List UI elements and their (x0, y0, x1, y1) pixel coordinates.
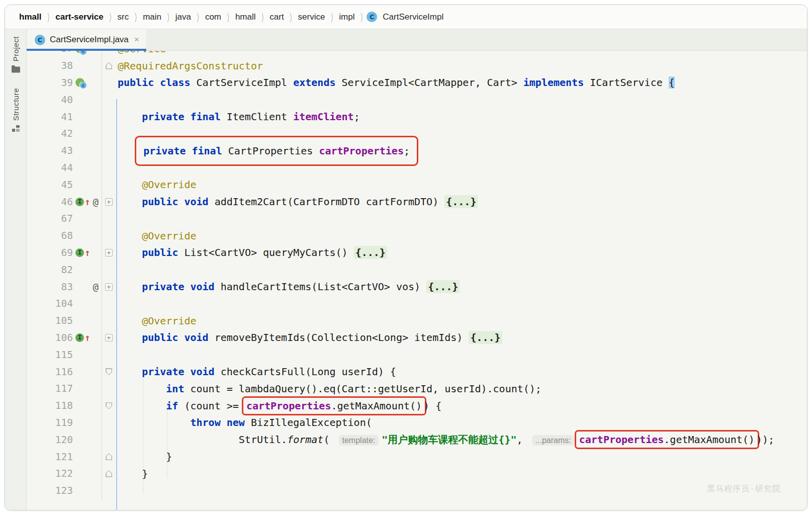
override-up-arrow-icon[interactable]: ↑ (84, 248, 90, 258)
code-text[interactable]: @Override (116, 230, 197, 242)
breadcrumb-item-class[interactable]: CCartServiceImpl (367, 11, 445, 23)
line-number[interactable]: 105 (27, 315, 73, 326)
code-text[interactable]: public List<CartVO> queryMyCarts() {...} (116, 246, 387, 259)
gutter-icon-area (73, 448, 102, 465)
line-number[interactable]: 39 (27, 77, 73, 89)
line-number[interactable]: 106 (27, 332, 73, 344)
line-number[interactable]: 123 (27, 485, 73, 496)
line-number[interactable]: 67 (27, 213, 73, 224)
code-text[interactable]: StrUtil.format( template:"用户购物车课程不能超过{}"… (116, 433, 774, 447)
code-line: 116 private void checkCartsFull(Long use… (27, 363, 807, 380)
breadcrumb-item-com[interactable]: com (203, 11, 223, 23)
fold-gutter: + (102, 329, 116, 347)
line-number[interactable]: 69 (27, 247, 73, 259)
annotation-gutter-icon[interactable]: @ (93, 281, 99, 292)
code-text[interactable]: if (count >= cartProperties.getMaxAmount… (116, 400, 441, 412)
code-line: 82 (27, 261, 807, 278)
code-text[interactable]: private void checkCartsFull(Long userId)… (116, 366, 396, 378)
fold-marker-icon[interactable] (106, 62, 112, 69)
tab-cartserviceimpl[interactable]: C CartServiceImpl.java × (27, 29, 146, 50)
fold-plus-icon[interactable]: + (105, 249, 113, 256)
gutter-icon-area (73, 397, 102, 414)
code-text[interactable]: private final ItemClient itemClient; (116, 111, 360, 123)
implementing-method-icon[interactable]: I (75, 333, 84, 342)
code-text[interactable]: throw new BizIllegalException( (116, 416, 372, 428)
class-badge-icon: c (80, 82, 86, 89)
breadcrumb-item-main[interactable]: main (141, 11, 163, 23)
code-line: 104 (27, 295, 807, 312)
code-text[interactable]: @Service (116, 51, 166, 55)
line-number[interactable]: 115 (27, 349, 73, 361)
code-text[interactable]: @Override (116, 179, 197, 191)
override-up-arrow-icon[interactable]: ↑ (84, 197, 90, 207)
line-number[interactable]: 37 (27, 51, 73, 54)
code-editor[interactable]: 37c@Service38@RequiredArgsConstructor39c… (27, 51, 807, 510)
breadcrumb-item-cart[interactable]: cart (267, 11, 286, 23)
gutter-icon-area: c (73, 74, 102, 92)
line-number[interactable]: 117 (27, 383, 73, 394)
line-number[interactable]: 82 (27, 264, 73, 276)
gutter-icon-area (73, 465, 102, 482)
line-number[interactable]: 120 (27, 434, 73, 446)
line-number[interactable]: 40 (27, 94, 73, 106)
code-text[interactable]: } (116, 468, 148, 480)
breadcrumb-item-hmall[interactable]: hmall (233, 11, 258, 23)
fold-marker-icon[interactable] (106, 470, 112, 477)
fold-gutter (102, 142, 116, 159)
code-text[interactable]: public void removeByItemIds(Collection<L… (116, 331, 502, 344)
code-text[interactable]: } (116, 451, 172, 463)
line-number[interactable]: 116 (27, 366, 73, 378)
line-number[interactable]: 68 (27, 230, 73, 241)
line-number[interactable]: 45 (27, 179, 73, 191)
line-number[interactable]: 44 (27, 162, 73, 174)
line-number[interactable]: 46 (27, 196, 73, 208)
folded-code[interactable]: {...} (426, 280, 460, 293)
close-icon[interactable]: × (134, 35, 139, 45)
folded-code[interactable]: {...} (354, 246, 387, 259)
breadcrumb-item-hmall[interactable]: hmall (17, 11, 43, 23)
breadcrumb-item-service[interactable]: service (296, 11, 327, 23)
line-number[interactable]: 38 (27, 60, 73, 71)
line-number[interactable]: 118 (27, 400, 73, 411)
annotation-gutter-icon[interactable]: @ (93, 196, 99, 207)
folded-code[interactable]: {...} (444, 195, 478, 208)
implementing-method-icon[interactable]: I (75, 198, 84, 206)
code-text[interactable]: public void addItem2Cart(CartFormDTO car… (116, 196, 478, 208)
code-text[interactable]: @Override (116, 315, 197, 327)
fold-marker-icon[interactable] (106, 453, 112, 460)
folded-code[interactable]: {...} (469, 331, 502, 344)
tool-window-button-project[interactable]: Project (11, 36, 21, 73)
code-line: 123 (27, 482, 807, 499)
breadcrumb-item-impl[interactable]: impl (337, 11, 356, 23)
implementing-method-icon[interactable]: I (75, 248, 84, 257)
code-text[interactable]: public class CartServiceImpl extends Ser… (116, 76, 675, 89)
line-number[interactable]: 104 (27, 298, 73, 309)
line-number[interactable]: 119 (27, 417, 73, 428)
breadcrumb-item-cart-service[interactable]: cart-service (53, 11, 105, 23)
line-number[interactable]: 121 (27, 451, 73, 463)
line-number[interactable]: 83 (27, 281, 73, 293)
line-number[interactable]: 122 (27, 468, 73, 479)
gutter-icon-area (73, 363, 102, 380)
fold-marker-icon[interactable] (106, 402, 112, 409)
fold-marker-icon[interactable] (106, 368, 112, 375)
code-text[interactable]: int count = lambdaQuery().eq(Cart::getUs… (116, 383, 542, 395)
spring-bean-icon[interactable]: c (75, 51, 84, 53)
override-up-arrow-icon[interactable]: ↑ (84, 333, 90, 342)
fold-plus-icon[interactable]: + (105, 334, 113, 341)
fold-plus-icon[interactable]: + (105, 198, 113, 206)
editor-tab-strip: C CartServiceImpl.java × (27, 29, 807, 51)
spring-bean-icon[interactable]: c (75, 78, 84, 87)
code-line: 39cpublic class CartServiceImpl extends … (27, 74, 807, 92)
breadcrumb-item-src[interactable]: src (116, 11, 131, 23)
line-number[interactable]: 42 (27, 128, 73, 139)
code-text[interactable]: private final CartProperties cartPropert… (116, 145, 411, 157)
tool-window-button-structure[interactable]: Structure (12, 88, 20, 132)
code-text[interactable]: @RequiredArgsConstructor (116, 60, 263, 72)
class-badge-icon: c (80, 51, 86, 55)
breadcrumb-item-java[interactable]: java (173, 11, 193, 23)
fold-plus-icon[interactable]: + (105, 283, 113, 291)
code-text[interactable]: private void handleCartItems(List<CartVO… (116, 281, 460, 293)
line-number[interactable]: 43 (27, 145, 73, 156)
line-number[interactable]: 41 (27, 111, 73, 123)
